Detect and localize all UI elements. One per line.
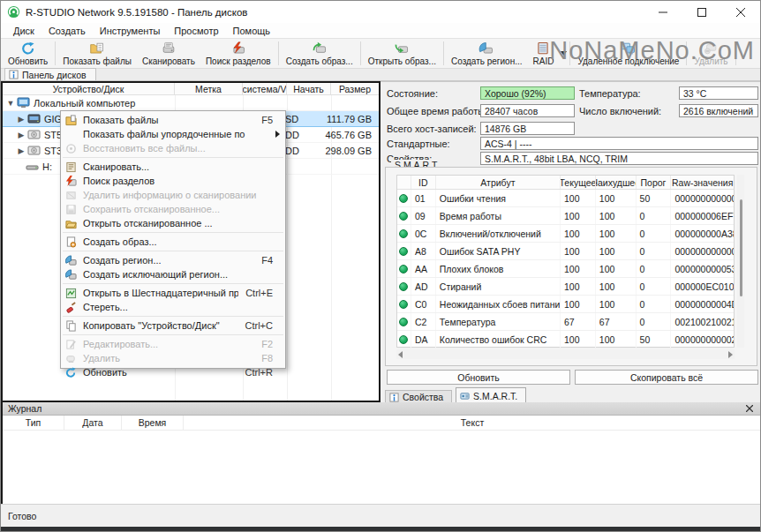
menu-item-create-image[interactable]: Создать образ...: [61, 235, 285, 249]
temperature-label: Температура:: [579, 88, 641, 99]
smart-tab-icon: [460, 391, 470, 401]
menu-item-show-files[interactable]: Показать файлы F5: [61, 113, 285, 127]
toolbar-separator: [55, 41, 56, 65]
smart-row[interactable]: AAПлохих блоков1001000000000000053: [397, 260, 734, 278]
journal-close-icon[interactable]: [743, 403, 756, 414]
chevron-down-icon[interactable]: ▼: [6, 99, 15, 108]
menu-shortcut: F8: [261, 353, 280, 363]
col-threshold[interactable]: Порог: [637, 176, 672, 189]
smart-row[interactable]: 09Время работы1001000000000006EF7: [397, 207, 734, 225]
menu-disk[interactable]: Диск: [6, 25, 41, 37]
col-time[interactable]: Время: [122, 416, 184, 430]
menu-item-create-region[interactable]: Создать регион... F4: [61, 253, 285, 267]
status-ok-icon: [399, 300, 408, 309]
temperature-value-field[interactable]: 33 °C: [679, 86, 758, 100]
menu-item-open-scan-info[interactable]: Открыть отсканированное ...: [61, 216, 285, 230]
tab-label: Свойства: [403, 392, 443, 402]
tab-disks-panel[interactable]: Панель дисков: [4, 68, 96, 80]
smart-groupbox: ID Атрибут Текущее Наихудшее Порог Raw-з…: [385, 167, 757, 366]
col-date[interactable]: Дата: [64, 416, 122, 430]
refresh-button[interactable]: Обновить: [3, 40, 53, 67]
tree-label: H:: [42, 161, 52, 172]
context-menu: Показать файлы F5 Показать файлы упорядо…: [60, 110, 286, 369]
erase-icon: [64, 302, 78, 313]
smart-row[interactable]: ADСтираний1001000000000EC0108: [397, 278, 734, 296]
menu-shortcut: Ctrl+R: [245, 367, 280, 378]
bottom-tab-strip: Свойства S.M.A.R.T.: [385, 387, 526, 403]
device-table-header: Устройство/Диск Метка система/V Начать Р…: [3, 83, 379, 95]
menu-item-open-in-hex-viewer[interactable]: Открыть в Шестнадцатеричный просмотрщик.…: [61, 286, 285, 300]
status-ok-icon: [399, 229, 408, 238]
status-ok-icon: [399, 282, 408, 291]
copy-all-button[interactable]: Скопировать всё: [575, 370, 758, 385]
find-partitions-icon: [229, 41, 248, 56]
size-value: 111.79 GB: [327, 114, 372, 124]
col-worst[interactable]: Наихудшее: [596, 176, 637, 189]
tab-smart[interactable]: S.M.A.R.T.: [456, 387, 526, 403]
minimize-button[interactable]: [644, 1, 682, 23]
col-type[interactable]: Тип: [3, 416, 64, 430]
smart-row[interactable]: DAКоличество ошибок CRC10010050000000000…: [397, 331, 734, 348]
create-region-button[interactable]: Создать регион...: [446, 40, 528, 67]
col-label[interactable]: Метка: [175, 83, 243, 94]
tab-properties[interactable]: Свойства: [385, 390, 452, 403]
col-device-disk[interactable]: Устройство/Диск: [3, 83, 175, 94]
scroll-left-icon[interactable]: [398, 351, 403, 358]
chevron-right-icon[interactable]: ▶: [17, 146, 26, 155]
col-raw[interactable]: Raw-значения: [671, 176, 734, 189]
menu-tools[interactable]: Инструменты: [93, 25, 168, 37]
scroll-right-icon[interactable]: [728, 351, 733, 358]
scan-button[interactable]: Сканировать: [137, 40, 200, 67]
menu-item-create-exclusion-region[interactable]: Создать исключающий регион...: [61, 267, 285, 281]
menu-separator: [63, 283, 283, 284]
scrollbar-thumb[interactable]: [740, 199, 742, 296]
menu-item-label: Показать файлы упорядоченные по: [83, 129, 273, 139]
menu-item-erase[interactable]: Стереть...: [61, 300, 285, 314]
open-image-button[interactable]: Открыть образ...: [363, 40, 441, 67]
smart-row[interactable]: A8Ошибок SATA PHY1001000000000000000: [397, 243, 734, 260]
col-current[interactable]: Текущее: [561, 176, 596, 189]
show-files-button[interactable]: Показать файлы: [57, 40, 137, 67]
features-value-field[interactable]: S.M.A.R.T., 48bit LBA, NCQ, TRIM: [480, 152, 758, 165]
menu-item-label: Создать образ...: [83, 236, 280, 247]
journal-body: [3, 431, 761, 503]
app-window: R-STUDIO Network 9.5.191580 - Панель дис…: [0, 0, 761, 532]
drive-icon: [26, 161, 39, 172]
menu-help[interactable]: Помощь: [226, 25, 278, 37]
col-id[interactable]: ID: [411, 176, 436, 189]
maximize-button[interactable]: [682, 1, 721, 23]
menu-create[interactable]: Создать: [41, 25, 93, 37]
menu-view[interactable]: Просмотр: [167, 25, 225, 37]
create-image-button[interactable]: Создать образ...: [281, 40, 358, 67]
uptime-value-field[interactable]: 28407 часов: [480, 104, 575, 117]
col-filesystem[interactable]: система/V: [243, 83, 287, 94]
host-writes-value-field[interactable]: 14876 GB: [480, 122, 575, 135]
col-text[interactable]: Текст: [184, 416, 761, 430]
menu-item-refresh[interactable]: Обновить Ctrl+R: [61, 365, 285, 379]
menu-item-scan[interactable]: Сканировать...: [61, 160, 285, 174]
standards-value-field[interactable]: ACS-4 | ----: [480, 137, 758, 150]
smart-row[interactable]: C0Неожиданных сбоев питания1001000000000…: [397, 296, 734, 313]
poweron-value-field[interactable]: 2616 включений: [679, 104, 758, 117]
smart-row[interactable]: 01Ошибки чтения10010050000000000000: [397, 190, 734, 207]
smart-refresh-button[interactable]: Обновить: [387, 370, 570, 385]
create-region-icon: [64, 255, 78, 266]
menu-item-show-files-sorted-by[interactable]: Показать файлы упорядоченные по: [61, 127, 285, 141]
find-partitions-button[interactable]: Поиск разделов: [200, 40, 276, 67]
col-start[interactable]: Начать: [287, 83, 331, 94]
close-button[interactable]: [721, 1, 760, 23]
horizontal-scrollbar[interactable]: [396, 349, 735, 359]
tree-row-local-computer[interactable]: ▼ Локальный компьютер: [3, 95, 379, 111]
chevron-right-icon[interactable]: ▶: [17, 115, 26, 124]
menu-item-recover-all-files: Восстановить все файлы...: [61, 141, 285, 155]
col-attribute[interactable]: Атрибут: [436, 176, 561, 189]
smart-row[interactable]: 0CВключений/отключений1001000000000000A3…: [397, 225, 734, 243]
smart-row[interactable]: C2Температура67670002100210021: [397, 313, 734, 331]
chevron-right-icon[interactable]: ▶: [17, 131, 26, 139]
vertical-scrollbar[interactable]: [737, 175, 744, 348]
menu-item-copy-device-disk[interactable]: Копировать "Устройство/Диск" Ctrl+C: [61, 318, 285, 333]
col-size[interactable]: Размер: [331, 83, 379, 94]
status-value-field[interactable]: Хорошо (92%): [480, 86, 575, 100]
menu-item-label: Показать файлы: [83, 115, 254, 125]
menu-item-find-partitions[interactable]: Поиск разделов: [61, 174, 285, 188]
